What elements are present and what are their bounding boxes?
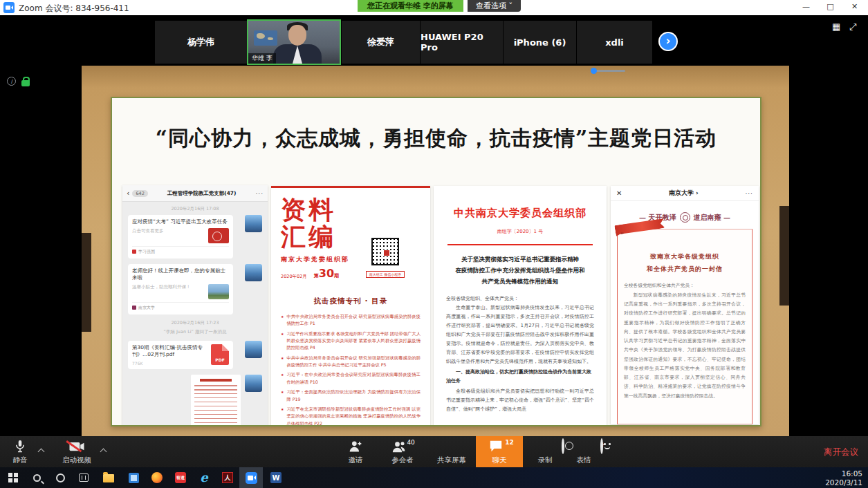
participant-tile[interactable]: xdli	[576, 21, 652, 64]
official-document-screenshot: 中共南京大学委员会组织部 南组字〔2020〕1 号 关于坚决贯彻落实习近平总书记…	[434, 186, 607, 426]
camera-off-icon	[68, 442, 85, 451]
record-button[interactable]: 录制	[527, 436, 563, 467]
link-card-title: 应对疫情“大考” 习近平提出五大改革任务	[132, 218, 229, 226]
mute-button[interactable]: 静音	[4, 436, 36, 467]
document-title: 关于坚决贯彻落实习近平总书记重要指示精神 在疫情防控工作中充分发挥党组织战斗堡垒…	[446, 254, 594, 287]
firefox-button[interactable]	[145, 467, 169, 488]
search-icon	[33, 474, 41, 482]
scroll-indicator[interactable]	[593, 70, 625, 72]
link-card-source: 南京大学	[138, 305, 155, 311]
participant-tile[interactable]: iPhone (6)	[503, 21, 576, 64]
start-video-button[interactable]: 启动视频	[55, 436, 98, 467]
video-options-chevron[interactable]	[101, 448, 107, 453]
participant-tile[interactable]: 徐爱萍	[341, 21, 420, 64]
reactions-button[interactable]: + 表情	[566, 436, 602, 467]
participant-tile[interactable]: HUAWEI P20 Pro	[420, 21, 503, 64]
acrobat-button[interactable]: 人	[216, 467, 239, 488]
pdf-icon: PDF	[211, 344, 229, 365]
letter-body: 新型冠状病毒感染的肺炎疫情发生以来，习近平总书记高度重视，作出一系列重要指示，多…	[624, 291, 746, 401]
chat-button[interactable]: 12 聊天	[476, 436, 523, 467]
document-paragraph: 生命重于泰山。新型冠状病毒肺炎疫情发生以来，习近平总书记高度重视，作出一系列重要…	[446, 303, 594, 366]
document-number: 南组字〔2020〕1 号	[446, 228, 594, 235]
zoom-taskbar-button[interactable]	[239, 467, 263, 488]
world-map-background	[254, 30, 277, 46]
participants-button[interactable]: 40 参会者	[380, 436, 425, 467]
windows-logo-icon	[8, 473, 18, 482]
toc-item: ★习近平：在中央政治局常委会会议研究应对新型冠状病毒肺炎疫情工作时的讲话 P10	[281, 371, 421, 386]
invite-person-icon	[349, 440, 362, 453]
participant-tile[interactable]: 杨学伟	[154, 21, 247, 64]
gallery-view-icon[interactable]: ▦	[832, 21, 840, 32]
letter-card: 致南京大学各级党组织 和全体共产党员的一封信 全校各级党组织和全体共产党员： 新…	[617, 229, 752, 424]
toc-bullet-icon: ★	[281, 406, 284, 426]
link-card: 应对疫情“大考” 习近平提出五大改革任务 点击可查看更多 学习强国	[128, 215, 233, 259]
pdf-file-name: 第30期《资料汇编·抗击疫情专刊》...02月刊.pdf	[132, 344, 207, 359]
acrobat-icon: 人	[222, 472, 233, 483]
fullscreen-icon[interactable]: ⤢	[849, 21, 856, 32]
leave-meeting-button[interactable]: 离开会议	[824, 436, 858, 467]
internet-explorer-button[interactable]: e	[192, 467, 216, 488]
cortana-icon	[56, 473, 65, 482]
file-explorer-button[interactable]	[97, 467, 120, 488]
magazine-cover-screenshot: 资料 汇编 南京大学党委组织部 2020年02月 第30期 南大组工 微信小程序…	[271, 186, 430, 426]
pdf-file-size: 776K	[132, 361, 207, 366]
document-thumb-lines	[194, 385, 237, 427]
zoom-app-icon	[3, 2, 15, 13]
close-button[interactable]: ✕	[842, 0, 867, 14]
clock-time: 16:05	[825, 469, 862, 478]
toc-list: ★中共中央政治局常务委员会召开会议 研究新型冠状病毒感染的肺炎疫情防控工作 P1…	[281, 313, 421, 426]
next-participants-arrow-icon[interactable]: ›	[658, 32, 678, 51]
source-icon	[132, 306, 136, 310]
toc-item: ★中共中央政治局常务委员会召开会议 研究加强新型冠状病毒感染的肺炎疫情防控工作 …	[281, 355, 421, 369]
message-recall-notice: “李娟 Juan Li” 撤回了一条消息	[122, 329, 268, 335]
meeting-info-icon[interactable]: i	[7, 77, 16, 86]
sender-avatar	[245, 264, 262, 281]
document-paragraph: 全校各级党组织和共产党员要切实把思想和行动统一到习近平总书记重要指示精神上来，牢…	[446, 387, 594, 414]
word-button[interactable]: W	[264, 467, 288, 488]
slide-title: “同心协力，众志成城，勇担使命，抗击疫情”主题党日活动	[112, 124, 760, 153]
chat-unread-count: 12	[505, 439, 514, 446]
folder-icon	[103, 474, 114, 482]
toc-bullet-icon: ★	[281, 371, 284, 386]
record-icon	[562, 438, 564, 454]
taskbar-search-button[interactable]	[25, 467, 48, 488]
close-icon: ✕	[616, 189, 622, 197]
participants-count: 40	[407, 439, 414, 446]
word-icon: W	[270, 472, 281, 483]
document-org-header: 中共南京大学委员会组织部	[446, 207, 594, 220]
cortana-button[interactable]	[48, 467, 72, 488]
university-seal-icon	[680, 212, 690, 223]
participant-video-tile[interactable]: 华维 李	[247, 19, 341, 65]
chat-message-row: 老师您好！线上开课在即，您的专属贴士来啦 温馨小贴士，助您顺利开课！ 南京大学	[128, 264, 262, 315]
taskbar-clock[interactable]: 16:05 2020/3/11	[825, 469, 862, 487]
share-screen-button[interactable]: 共享屏幕	[430, 436, 473, 467]
magazine-issue: 第30期	[314, 267, 339, 280]
toc-item: ★习近平作出重要指示要求 各级党组织和广大党员干部 团结带领广大人民群众坚决贯彻…	[281, 330, 421, 352]
pdf-file-card: 第30期《资料汇编·抗击疫情专刊》...02月刊.pdf 776K PDF	[128, 341, 233, 369]
chat-message-row	[128, 375, 262, 427]
youdao-button[interactable]: 有道	[169, 467, 192, 488]
invite-button[interactable]: 邀请	[336, 436, 375, 467]
meeting-toolbar: 静音 启动视频 邀请 40 参会者 共享屏幕 12 聊天	[0, 436, 868, 467]
link-card-title: 老师您好！线上开课在即，您的专属贴士来啦	[132, 268, 229, 282]
toc-item: ★习近平在北京市调研指导新型冠状病毒肺炎疫情防控工作时强调 以更坚定的信心更顽强…	[281, 406, 421, 426]
magazine-title-line1: 资料	[281, 196, 421, 223]
link-card-thumbnail	[208, 284, 229, 299]
participants-icon	[391, 440, 407, 453]
photos-app-button[interactable]	[122, 467, 145, 488]
view-options-button[interactable]: 查看选项 ˅	[468, 0, 521, 12]
chat-message-row: 应对疫情“大考” 习近平提出五大改革任务 点击可查看更多 学习强国	[128, 215, 262, 259]
zoom-app-window: Zoom 会议号: 834-956-411 您正在观看华维 李的屏幕 查看选项 …	[0, 0, 868, 488]
firefox-icon	[151, 472, 163, 483]
qr-code	[371, 238, 399, 265]
wechat-chat-screenshot: ‹ 642 工程管理学院教工党支部(47) ··· 2020年2月16日 17:…	[122, 185, 268, 426]
minimize-button[interactable]: —	[794, 0, 818, 14]
start-button[interactable]	[1, 467, 25, 488]
maximize-button[interactable]: □	[818, 0, 842, 14]
document-thumb-heading	[200, 379, 232, 382]
sender-avatar	[245, 375, 262, 392]
task-view-button[interactable]	[72, 467, 95, 488]
chat-timestamp: 2020年2月16日 17:08	[122, 206, 268, 212]
mute-options-chevron[interactable]	[39, 448, 44, 453]
toc-bullet-icon: ★	[281, 355, 284, 369]
